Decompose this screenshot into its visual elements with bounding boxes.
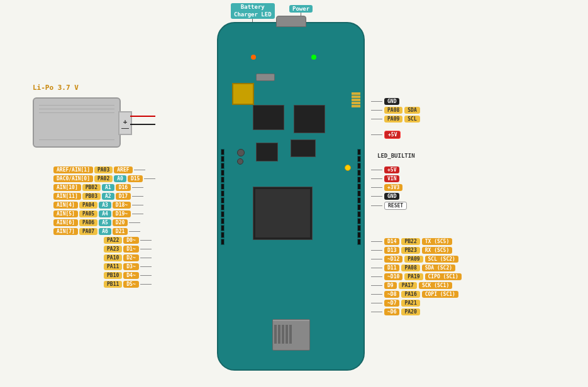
chip-mid2: [291, 139, 316, 157]
battery: Li-Po 3.7 V +: [33, 97, 130, 154]
led-builtin-dot: [345, 165, 351, 171]
pin-row-pa09: PA09 SCL: [371, 116, 420, 123]
cap2: [237, 158, 243, 165]
pin-row-d12: ~D12 PA09 SCL (SC2): [371, 256, 458, 263]
usb-connector: [276, 16, 306, 27]
pin-row-gnd-power: GND: [371, 193, 399, 200]
pin-row-d0: PA22 D0~: [104, 237, 152, 244]
pin-holes-right: [357, 149, 361, 245]
led-builtin-label: LED_BUILTIN: [377, 153, 415, 159]
pin-row-d4: PB10 D4~: [104, 272, 152, 279]
pin-row-a3: AIN[4] PA04 A3 D18~: [53, 202, 143, 209]
battery-body: +: [33, 97, 121, 148]
pin-row-d14: D14 PB22 TX (SC5): [371, 238, 452, 245]
chip-mid: [256, 143, 278, 161]
inductor: [232, 83, 254, 105]
charger-led: [251, 55, 256, 60]
battery-plus: +: [123, 117, 128, 126]
pin-row-pa21-5v: +5V: [371, 131, 401, 139]
main-chip: [253, 187, 313, 240]
top-connector-pads: [352, 92, 360, 107]
pin-row-a2: AIN[11] PB03 A2 D17: [53, 193, 143, 200]
pin-row-aref: AREF/AIN[1] PA03 AREF: [53, 166, 145, 173]
crystal: [256, 74, 275, 81]
pin-row-d5: PB11 D5~: [104, 281, 152, 288]
pin-row-d11: D11 PA08 SDA (SC2): [371, 264, 455, 271]
pin-row-d6: ~D6 PA20: [371, 308, 420, 315]
pin-row-d2: PA10 D2~: [104, 254, 152, 261]
pin-row-d10: ~D10 PA19 CIPO (SC1): [371, 273, 462, 280]
pin-row-pa08: PA08 SDA: [371, 107, 420, 114]
pin-row-3v3: +3V3: [371, 184, 402, 191]
small-chip-right: [294, 105, 325, 133]
pin-holes-left: [221, 149, 225, 245]
pin-row-a5: AIN[6] PA06 A5 D20: [53, 219, 140, 226]
pin-row-d3: PA11 D3~: [104, 263, 152, 270]
pin-row-reset: RESET: [371, 202, 407, 210]
pin-row-gnd-top: GND: [371, 98, 399, 105]
small-chip-top: [253, 105, 284, 130]
sd-card-slot: [272, 319, 310, 351]
pin-row-a1: AIN[10] PB02 A1 D16: [53, 184, 143, 191]
pin-row-d8: ~D8 PA16 COPI (SC1): [371, 291, 458, 298]
pin-row-vin: VIN: [371, 175, 399, 182]
pin-row-d7: ~D7 PA21: [371, 300, 420, 307]
pin-row-a0: DAC0/AIN[0] PA02 A0 D15: [53, 175, 155, 182]
battery-label: Li-Po 3.7 V: [33, 84, 79, 92]
pin-row-d9: D9 PA17 SCK (SC1): [371, 282, 452, 289]
cap1: [237, 149, 245, 156]
pin-row-d1: PA23 D1~: [104, 246, 152, 253]
power-led: [311, 55, 316, 60]
pin-row-a6: AIN[7] PA07 A6 D21: [53, 228, 140, 235]
arduino-board: [217, 22, 365, 371]
pin-row-5v: +5V: [371, 166, 399, 173]
pin-row-d13: D13 PB23 RX (SC5): [371, 247, 452, 254]
pin-row-a4: AIN[5] PA05 A4 D19~: [53, 210, 143, 217]
diagram-container: Li-Po 3.7 V + BatteryCharger LED Power: [0, 0, 588, 387]
